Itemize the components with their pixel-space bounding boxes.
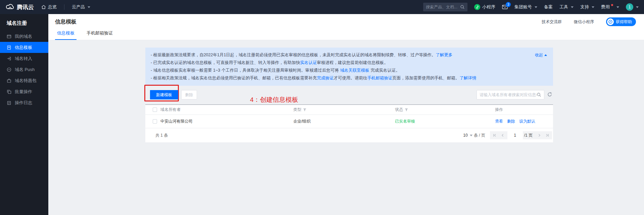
create-template-button[interactable]: 新建模板 <box>150 90 178 99</box>
action-link-删除[interactable]: 删除 <box>507 119 515 124</box>
sidebar-item-label: 操作日志 <box>15 100 32 106</box>
toolbar: 新建模板 删除 4：创建信息模板 <box>145 90 553 99</box>
batch-icon <box>7 89 11 94</box>
info-template-icon <box>7 45 11 50</box>
notice-line: - 域名信息模板实名审核一般需要 1~3 个工作日，具体取决于相关注册局审核时间… <box>151 67 530 74</box>
sidebar-item-操作日志[interactable]: 操作日志 <box>0 97 48 108</box>
notice-link[interactable]: 实名认证 <box>300 60 317 65</box>
next-page-button[interactable] <box>535 131 543 139</box>
notice-text: - 已完成实名认证的域名信息模板，可直接用于域名新注、转入等操作，有助加快 <box>151 60 300 65</box>
notice-link[interactable]: 了解详情 <box>459 76 476 80</box>
topbar-search[interactable] <box>423 3 467 11</box>
action-link-设为默认[interactable]: 设为默认 <box>519 119 535 124</box>
select-all-checkbox[interactable] <box>153 108 157 112</box>
row-checkbox[interactable] <box>153 119 157 124</box>
topbar-search-input[interactable] <box>426 5 460 9</box>
notice-link[interactable]: 完成验证 <box>317 76 334 80</box>
chevron-down-icon <box>636 6 639 8</box>
column-status[interactable]: 状态 <box>395 107 495 113</box>
collapse-link[interactable]: 收起 <box>535 51 547 59</box>
cell-owner: 中安山河有限公司 <box>160 119 293 124</box>
sidebar-item-域名特惠包[interactable]: 域名特惠包 <box>0 75 48 86</box>
notice-banner: 收起 - 根据最新政策法规要求，自2022年1月1日起，域名注册前必须使用已实名… <box>145 48 553 86</box>
sidebar-item-label: 域名 Push <box>15 67 35 73</box>
column-type[interactable]: 类型 <box>293 107 395 113</box>
pagination-bar: 共 1 条 10 条 / 页 <box>145 128 553 142</box>
notice-link[interactable]: 域名关联至模板 <box>340 68 369 73</box>
get-help-label: 获得帮助 <box>616 19 632 25</box>
table-header-row: 域名所有者 类型 状态 操作 <box>145 105 553 115</box>
messages-button[interactable]: 3 <box>502 5 508 9</box>
cell-actions: 查看删除设为默认 <box>495 119 553 124</box>
group-account-menu[interactable]: 集团账号 <box>514 4 537 10</box>
package-icon <box>7 78 11 83</box>
search-icon[interactable] <box>460 5 465 9</box>
page-title: 信息模板 <box>55 18 77 25</box>
my-domains-icon <box>7 34 11 39</box>
billing-label: 费用 <box>601 4 610 10</box>
sidebar-item-label: 我的域名 <box>15 33 32 40</box>
notice-link[interactable]: 了解更多 <box>436 53 452 57</box>
icp-link[interactable]: 备案 <box>544 4 553 10</box>
icp-label: 备案 <box>544 4 553 10</box>
notice-text: 才可使用。请前往 <box>334 76 367 80</box>
nav-overview[interactable]: 总览 <box>41 4 57 10</box>
notice-link[interactable]: 手机邮箱验证 <box>367 76 392 80</box>
chevron-down-icon <box>535 6 537 8</box>
prev-page-button[interactable] <box>499 131 507 139</box>
notice-line: - 根据相关政策法规，域名实名信息必须使用已验证的手机、邮箱，已有信息模板需要补… <box>151 74 530 82</box>
billing-menu[interactable]: 费用 <box>601 4 619 10</box>
cell-type: 企业/组织 <box>293 119 395 124</box>
action-link-查看[interactable]: 查看 <box>495 119 503 124</box>
brand-text: 腾讯云 <box>17 3 34 11</box>
chevron-down-icon <box>88 6 90 8</box>
filter-icon <box>303 108 306 112</box>
table-row: 中安山河有限公司企业/组织已实名审核查看删除设为默认 <box>145 115 553 128</box>
tab-信息模板[interactable]: 信息模板 <box>55 29 77 40</box>
tencent-cloud-logo[interactable]: 腾讯云 <box>5 3 34 11</box>
sidebar-item-域名 Push[interactable]: 域名 Push <box>0 64 48 75</box>
column-actions: 操作 <box>495 107 553 113</box>
tools-label: 工具 <box>559 4 568 10</box>
sidebar-item-我的域名[interactable]: 我的域名 <box>0 31 48 42</box>
sidebar-item-批量操作[interactable]: 批量操作 <box>0 86 48 97</box>
page-number-input[interactable] <box>507 131 523 139</box>
status-badge: 已实名审核 <box>395 119 495 124</box>
content: 信息模板 技术交流群 微信小程序 获得帮助 信息模板手机邮箱验证 <box>48 14 644 215</box>
get-help-button[interactable]: 获得帮助 <box>606 17 636 26</box>
tech-group-link[interactable]: 技术交流群 <box>542 19 562 25</box>
sidebar: 域名注册 我的域名信息模板域名转入域名 Push域名特惠包批量操作操作日志 <box>0 14 48 215</box>
delete-button[interactable]: 删除 <box>181 90 197 99</box>
tab-手机邮箱验证[interactable]: 手机邮箱验证 <box>85 29 115 40</box>
template-search-box[interactable] <box>477 90 544 99</box>
account-menu[interactable]: 1 <box>626 3 639 11</box>
chevron-down-icon <box>592 6 594 8</box>
search-icon[interactable] <box>537 92 541 97</box>
mini-program-icon <box>474 4 480 10</box>
column-owner: 域名所有者 <box>160 107 293 113</box>
sidebar-item-域名转入[interactable]: 域名转入 <box>0 53 48 64</box>
wechat-mini-link[interactable]: 微信小程序 <box>574 19 594 25</box>
compass-icon <box>607 18 614 25</box>
first-page-button[interactable] <box>491 131 499 139</box>
sidebar-item-label: 批量操作 <box>15 89 32 95</box>
template-search-input[interactable] <box>480 92 537 97</box>
page-size-select[interactable]: 10 条 / 页 <box>463 133 485 138</box>
log-icon <box>7 100 11 105</box>
nav-overview-label: 总览 <box>48 4 57 10</box>
chevron-down-icon <box>616 6 619 8</box>
support-menu[interactable]: 支持 <box>580 4 594 10</box>
sidebar-item-信息模板[interactable]: 信息模板 <box>0 42 48 53</box>
nav-products[interactable]: 云产品 <box>72 4 90 10</box>
sidebar-title: 域名注册 <box>0 14 48 31</box>
refresh-icon[interactable] <box>547 92 553 98</box>
transfer-in-icon <box>7 56 11 61</box>
mini-program-link[interactable]: 小程序 <box>474 4 495 10</box>
annotation-text: 4：创建信息模板 <box>250 95 298 104</box>
total-count: 共 1 条 <box>155 133 168 138</box>
last-page-button[interactable] <box>543 131 551 139</box>
notice-text: 审核进程，建议您提前创建信息模板。 <box>317 60 388 65</box>
sidebar-item-label: 域名特惠包 <box>15 78 37 84</box>
notice-line: - 已完成实名认证的域名信息模板，可直接用于域名新注、转入等操作，有助加快实名认… <box>151 59 530 67</box>
tools-menu[interactable]: 工具 <box>559 4 574 10</box>
